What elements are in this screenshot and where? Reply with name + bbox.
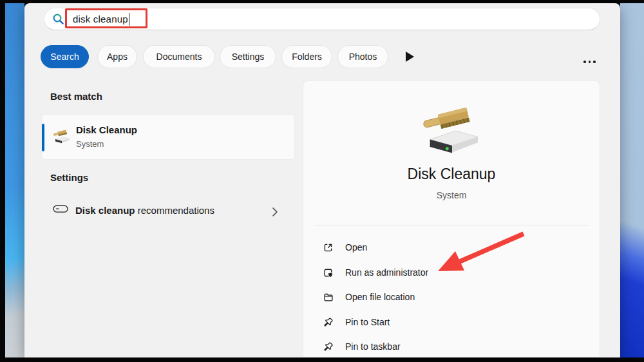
selection-accent-bar (42, 124, 44, 151)
settings-result-label-bold: Disk cleanup (75, 205, 135, 216)
tab-photos[interactable]: Photos (337, 45, 388, 68)
result-preview-panel: Disk Cleanup System Open Run as administ… (303, 81, 600, 357)
best-match-title: Disk Cleanup (76, 124, 137, 135)
settings-result-disk-cleanup-recommendations[interactable]: Disk cleanup recommendations (41, 198, 295, 226)
tab-folders[interactable]: Folders (281, 45, 332, 68)
tab-documents[interactable]: Documents (143, 45, 215, 68)
text-cursor (129, 13, 130, 26)
desktop-wallpaper-left (5, 3, 24, 357)
windows-search-window: disk cleanup Search Apps Documents Setti… (24, 3, 620, 357)
best-match-subtitle: System (76, 139, 104, 149)
settings-result-label: Disk cleanup recommendations (75, 205, 214, 216)
action-pin-to-start[interactable]: Pin to Start (311, 310, 593, 334)
tab-label: Apps (107, 52, 128, 62)
best-match-result[interactable]: Disk Cleanup System (41, 114, 295, 160)
tab-label: Search (50, 52, 79, 62)
settings-result-label-rest: recommendations (135, 205, 214, 216)
tab-label: Folders (292, 52, 322, 62)
action-label: Pin to taskbar (345, 341, 401, 352)
preview-title: Disk Cleanup (303, 166, 600, 183)
search-input-value: disk cleanup (73, 14, 128, 24)
desktop-wallpaper-right (620, 3, 644, 357)
pin-icon (323, 341, 334, 352)
folder-icon (323, 292, 334, 303)
chevron-right-icon (272, 207, 278, 217)
action-label: Open (345, 242, 367, 252)
action-label: Run as administrator (345, 267, 428, 278)
preview-subtitle: System (303, 190, 600, 200)
open-external-icon (323, 242, 334, 253)
pin-icon (323, 317, 334, 328)
desktop: disk cleanup Search Apps Documents Setti… (0, 0, 644, 362)
best-match-heading: Best match (50, 91, 102, 102)
storage-drive-icon (53, 205, 68, 213)
disk-cleanup-app-icon-large (421, 105, 483, 160)
tab-label: Documents (156, 52, 202, 62)
run-as-administrator-icon (323, 267, 334, 278)
action-open-file-location[interactable]: Open file location (311, 285, 593, 309)
action-label: Pin to Start (345, 317, 390, 327)
search-input[interactable]: disk cleanup (44, 8, 600, 30)
divider (314, 225, 589, 225)
more-options-button[interactable] (581, 58, 598, 66)
tab-label: Settings (232, 52, 265, 62)
action-run-as-administrator[interactable]: Run as administrator (311, 261, 593, 284)
tab-label: Photos (349, 52, 377, 62)
tab-settings[interactable]: Settings (220, 45, 276, 68)
tab-search[interactable]: Search (41, 45, 89, 68)
action-label: Open file location (345, 292, 415, 302)
disk-cleanup-app-icon (53, 129, 71, 146)
more-filters-icon[interactable] (406, 52, 414, 62)
action-pin-to-taskbar[interactable]: Pin to taskbar (311, 335, 593, 358)
settings-heading: Settings (50, 172, 88, 183)
search-icon (52, 13, 65, 26)
action-open[interactable]: Open (311, 236, 593, 259)
tab-apps[interactable]: Apps (97, 45, 137, 68)
